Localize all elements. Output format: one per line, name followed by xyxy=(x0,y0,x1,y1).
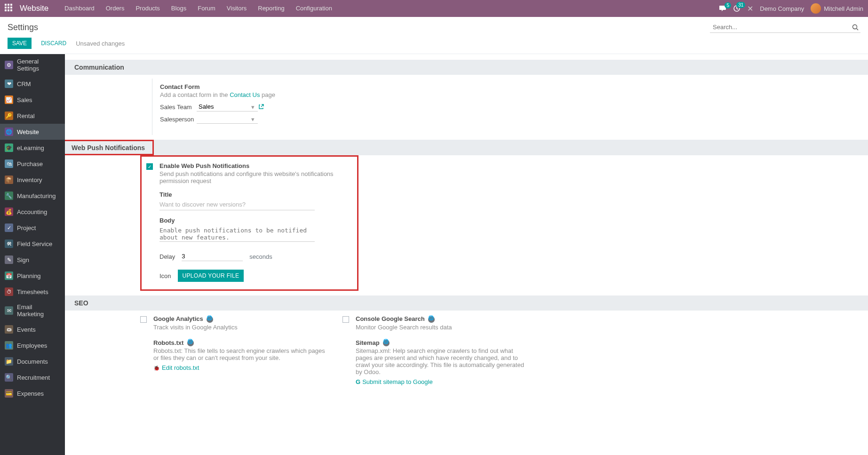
company-name[interactable]: Demo Company xyxy=(760,5,804,12)
menu-blogs[interactable]: Blogs xyxy=(166,0,192,17)
sidebar-item-label: Inventory xyxy=(17,176,42,184)
elearning-icon: 🎓 xyxy=(5,144,13,152)
enable-push-desc: Send push notifications and configure th… xyxy=(159,170,348,184)
top-navbar: Website Dashboard Orders Products Blogs … xyxy=(0,0,868,17)
sidebar-item-label: Manufacturing xyxy=(17,192,56,200)
sidebar-item-label: Sign xyxy=(17,256,29,263)
save-button[interactable]: SAVE xyxy=(8,38,32,49)
menu-reporting[interactable]: Reporting xyxy=(252,0,290,17)
section-web-push: Web Push Notifications xyxy=(65,140,868,155)
employees-icon: 👥 xyxy=(5,341,13,350)
sidebar-item-documents[interactable]: 📁Documents xyxy=(0,353,65,369)
sidebar-item-label: eLearning xyxy=(17,144,44,152)
search-icon[interactable] xyxy=(850,24,860,31)
menu-visitors[interactable]: Visitors xyxy=(221,0,252,17)
sidebar-item-crm[interactable]: ❤CRM xyxy=(0,76,65,92)
external-link-icon[interactable] xyxy=(258,104,264,110)
close-icon[interactable]: ✕ xyxy=(747,4,753,13)
sidebar-item-label: Rental xyxy=(17,112,35,120)
avatar xyxy=(811,3,821,14)
menu-configuration[interactable]: Configuration xyxy=(290,0,338,17)
sidebar-item-label: General Settings xyxy=(17,58,60,72)
timesheets-icon: ⏱ xyxy=(5,287,13,296)
enable-push-checkbox[interactable] xyxy=(146,163,153,170)
push-body-input[interactable] xyxy=(159,225,315,242)
sales-icon: 📈 xyxy=(5,96,13,104)
push-icon-label: Icon xyxy=(159,272,171,279)
sidebar-item-label: CRM xyxy=(17,80,31,88)
menu-products[interactable]: Products xyxy=(130,0,165,17)
inventory-icon: 📦 xyxy=(5,176,13,184)
menu-forum[interactable]: Forum xyxy=(192,0,221,17)
apps-icon[interactable] xyxy=(5,4,14,13)
sitemap-desc: Sitemap.xml: Help search engine crawlers… xyxy=(356,347,531,375)
sidebar-item-accounting[interactable]: 💰Accounting xyxy=(0,204,65,220)
user-name: Mitchell Admin xyxy=(824,5,863,12)
chevron-down-icon[interactable]: ▾ xyxy=(251,116,255,123)
salesperson-select[interactable] xyxy=(197,114,258,124)
sales-team-select[interactable] xyxy=(197,102,258,112)
messages-icon[interactable]: 5 xyxy=(719,5,726,12)
search-input[interactable] xyxy=(710,22,850,32)
sidebar-item-inventory[interactable]: 📦Inventory xyxy=(0,172,65,188)
upload-file-button[interactable]: UPLOAD YOUR FILE xyxy=(178,270,244,282)
sidebar-item-sign[interactable]: ✎Sign xyxy=(0,252,65,268)
submit-sitemap-link[interactable]: GSubmit sitemap to Google xyxy=(356,378,531,385)
sidebar-item-field-service[interactable]: 🛠Field Service xyxy=(0,236,65,252)
search-box[interactable] xyxy=(710,22,860,33)
globe-icon xyxy=(207,316,213,323)
unsaved-indicator: Unsaved changes xyxy=(76,40,125,47)
main-menu: Dashboard Orders Products Blogs Forum Vi… xyxy=(59,0,338,17)
push-delay-input[interactable] xyxy=(182,252,243,261)
sidebar-item-general[interactable]: ⚙General Settings xyxy=(0,54,65,76)
menu-dashboard[interactable]: Dashboard xyxy=(59,0,100,17)
contact-us-link[interactable]: Contact Us xyxy=(230,91,260,98)
google-analytics-title: Google Analytics xyxy=(153,315,328,323)
sidebar-item-events[interactable]: 🎟Events xyxy=(0,321,65,337)
sidebar-item-manufacturing[interactable]: 🔧Manufacturing xyxy=(0,188,65,204)
page-title: Settings xyxy=(8,23,38,32)
sidebar-item-elearning[interactable]: 🎓eLearning xyxy=(0,140,65,156)
purchase-icon: 🛍 xyxy=(5,160,13,168)
google-analytics-desc: Track visits in Google Analytics xyxy=(153,324,328,331)
sidebar-item-project[interactable]: ✓Project xyxy=(0,220,65,236)
sidebar-item-label: Project xyxy=(17,224,36,231)
sidebar-item-website[interactable]: 🌐Website xyxy=(0,124,65,140)
messages-badge: 5 xyxy=(725,2,731,8)
sidebar-item-sales[interactable]: 📈Sales xyxy=(0,92,65,108)
crm-icon: ❤ xyxy=(5,80,13,88)
sidebar-item-label: Events xyxy=(17,326,36,333)
sidebar-item-employees[interactable]: 👥Employees xyxy=(0,337,65,353)
push-delay-label: Delay xyxy=(159,253,175,260)
sidebar-item-email-marketing[interactable]: ✉Email Marketing xyxy=(0,300,65,321)
push-title-label: Title xyxy=(159,191,350,198)
contact-form-title: Contact Form xyxy=(160,83,868,90)
sidebar-item-purchase[interactable]: 🛍Purchase xyxy=(0,156,65,172)
user-menu[interactable]: Mitchell Admin xyxy=(811,3,863,14)
sidebar-item-rental[interactable]: 🔑Rental xyxy=(0,108,65,124)
push-title-input[interactable] xyxy=(159,199,315,210)
sidebar-item-timesheets[interactable]: ⏱Timesheets xyxy=(0,284,65,300)
rental-icon: 🔑 xyxy=(5,112,13,120)
activities-icon[interactable]: 31 xyxy=(733,5,741,12)
menu-orders[interactable]: Orders xyxy=(100,0,130,17)
sidebar-item-recruitment[interactable]: 🔍Recruitment xyxy=(0,369,65,385)
sidebar-item-label: Expenses xyxy=(17,390,44,397)
control-panel: Settings SAVE DISCARD Unsaved changes xyxy=(0,17,868,54)
email-icon: ✉ xyxy=(5,306,13,315)
sidebar-item-label: Documents xyxy=(17,358,48,365)
globe-icon xyxy=(187,340,194,346)
sidebar-item-label: Field Service xyxy=(17,240,52,247)
expenses-icon: 💳 xyxy=(5,389,13,398)
edit-robots-link[interactable]: Edit robots.txt xyxy=(153,364,328,371)
enable-push-title: Enable Web Push Notifications xyxy=(159,162,350,169)
chevron-down-icon[interactable]: ▾ xyxy=(251,104,255,111)
sidebar-item-planning[interactable]: 📅Planning xyxy=(0,268,65,284)
google-search-console-checkbox[interactable] xyxy=(342,316,349,323)
discard-button[interactable]: DISCARD xyxy=(36,38,71,49)
google-analytics-checkbox[interactable] xyxy=(140,316,147,323)
sidebar-item-label: Accounting xyxy=(17,208,47,216)
sidebar-item-expenses[interactable]: 💳Expenses xyxy=(0,385,65,401)
sidebar-item-label: Purchase xyxy=(17,160,43,168)
push-body-label: Body xyxy=(159,217,350,224)
